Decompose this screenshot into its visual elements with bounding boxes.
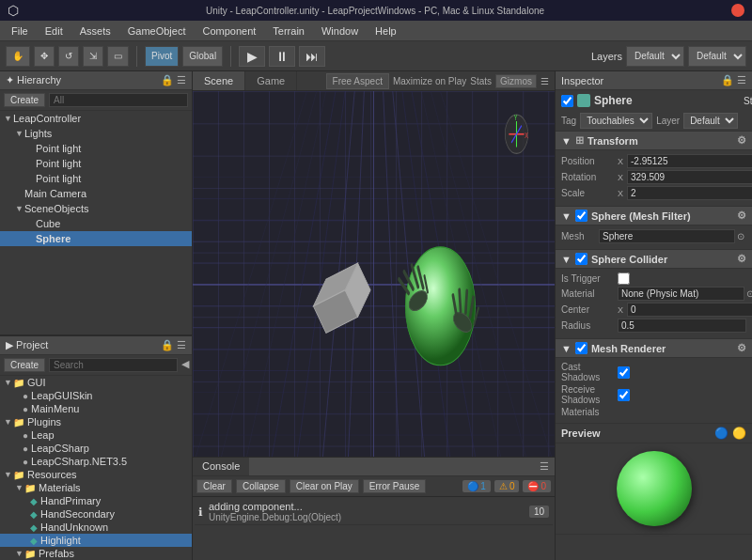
- hier-item-pointlight2[interactable]: Point light: [0, 156, 192, 171]
- meshfilter-header[interactable]: ▼ Sphere (Mesh Filter) ⚙: [556, 207, 752, 226]
- collider-settings-icon[interactable]: ⚙: [737, 253, 746, 265]
- console-clearonplay-button[interactable]: Clear on Play: [290, 479, 359, 493]
- console-collapse-button[interactable]: Collapse: [236, 479, 286, 493]
- pivot-button[interactable]: Pivot: [145, 46, 179, 67]
- castshadows-checkbox[interactable]: [618, 366, 630, 379]
- pause-button[interactable]: ⏸: [269, 46, 295, 67]
- hier-item-sphere[interactable]: Sphere: [0, 231, 192, 246]
- scale-tool[interactable]: ⇲: [83, 46, 103, 67]
- menu-component[interactable]: Component: [195, 23, 263, 39]
- menu-file[interactable]: File: [4, 23, 36, 39]
- menu-window[interactable]: Window: [314, 23, 366, 39]
- hierarchy-search-input[interactable]: [49, 93, 188, 107]
- stats-label[interactable]: Stats: [470, 76, 492, 86]
- maximize-label[interactable]: Maximize on Play: [393, 76, 466, 86]
- obj-name-input[interactable]: [594, 94, 740, 107]
- preview-icon1[interactable]: 🔵: [714, 427, 728, 440]
- proj-item-leapcsharpnet[interactable]: ● LeapCSharp.NET3.5: [0, 455, 192, 468]
- mat-circle-btn[interactable]: ⊙: [744, 288, 752, 299]
- inspector-menu-icon[interactable]: ☰: [737, 74, 746, 86]
- proj-item-handsecondary[interactable]: ◆ HandSecondary: [0, 507, 192, 521]
- hier-item-leapcontroller[interactable]: ▼ LeapController: [0, 111, 192, 126]
- hier-item-maincamera[interactable]: Main Camera: [0, 186, 192, 201]
- close-button[interactable]: [731, 4, 744, 17]
- layout-dropdown[interactable]: Default: [688, 46, 746, 67]
- receiveshadows-checkbox[interactable]: [618, 389, 630, 401]
- meshfilter-checkbox[interactable]: [575, 210, 588, 222]
- meshfilter-settings-icon[interactable]: ⚙: [737, 210, 746, 222]
- hier-item-pointlight3[interactable]: Point light: [0, 171, 192, 186]
- project-menu-icon[interactable]: ☰: [177, 339, 186, 351]
- game-tab[interactable]: Game: [245, 71, 297, 90]
- menu-gameobject[interactable]: GameObject: [120, 23, 194, 39]
- mesh-circle-btn[interactable]: ⊙: [735, 231, 746, 241]
- proj-item-plugins[interactable]: ▼ 📁 Plugins: [0, 415, 192, 428]
- material-value-input[interactable]: [618, 287, 744, 301]
- proj-item-resources[interactable]: ▼ 📁 Resources: [0, 468, 192, 481]
- scl-x-input[interactable]: [627, 186, 752, 200]
- menu-assets[interactable]: Assets: [72, 23, 118, 39]
- meshrenderer-header[interactable]: ▼ Mesh Renderer ⚙: [556, 339, 752, 358]
- hierarchy-create-button[interactable]: Create: [4, 93, 45, 107]
- tag-select[interactable]: Touchables: [580, 113, 652, 129]
- meshrenderer-checkbox[interactable]: [575, 342, 588, 354]
- hier-item-pointlight1[interactable]: Point light: [0, 141, 192, 156]
- console-clear-button[interactable]: Clear: [196, 479, 232, 493]
- transform-header[interactable]: ▼ ⊞ Transform ⚙: [556, 132, 752, 150]
- hierarchy-menu-icon[interactable]: ☰: [177, 74, 186, 86]
- project-create-button[interactable]: Create: [4, 358, 45, 372]
- pos-x-input[interactable]: [627, 154, 752, 168]
- ctr-x-input[interactable]: [627, 303, 752, 317]
- console-tab[interactable]: Console: [193, 458, 249, 475]
- console-log-item[interactable]: ℹ adding component... UnityEngine.Debug:…: [195, 499, 553, 525]
- hier-item-sceneobjects[interactable]: ▼ SceneObjects: [0, 201, 192, 216]
- meshrenderer-settings-icon[interactable]: ⚙: [737, 342, 746, 354]
- rect-tool[interactable]: ▭: [107, 46, 129, 67]
- inspector-lock-icon[interactable]: 🔒: [721, 74, 734, 86]
- preview-header[interactable]: Preview 🔵 🟡: [556, 424, 752, 443]
- proj-item-leapcsharp[interactable]: ● LeapCSharp: [0, 442, 192, 455]
- scene-view[interactable]: X Y: [193, 91, 555, 457]
- play-button[interactable]: ▶: [239, 46, 265, 67]
- rotate-tool[interactable]: ↺: [58, 46, 79, 67]
- hier-item-lights[interactable]: ▼ Lights: [0, 126, 192, 141]
- proj-item-gui[interactable]: ▼ 📁 GUI: [0, 376, 192, 389]
- obj-active-checkbox[interactable]: [561, 95, 573, 107]
- menu-terrain[interactable]: Terrain: [265, 23, 312, 39]
- hier-item-cube[interactable]: Cube: [0, 216, 192, 231]
- proj-item-leapguiskin[interactable]: ● LeapGUISkin: [0, 389, 192, 402]
- rot-x-input[interactable]: [627, 170, 752, 184]
- scene-tab[interactable]: Scene: [193, 71, 245, 90]
- proj-item-highlight[interactable]: ◆ Highlight: [0, 534, 192, 547]
- trigger-checkbox[interactable]: [618, 272, 630, 285]
- proj-item-materials[interactable]: ▼ 📁 Materials: [0, 481, 192, 494]
- global-button[interactable]: Global: [182, 46, 223, 67]
- console-errorpause-button[interactable]: Error Pause: [363, 479, 426, 493]
- project-icon1[interactable]: ◀: [181, 358, 189, 372]
- proj-item-handunknown[interactable]: ◆ HandUnknown: [0, 521, 192, 534]
- project-lock-icon[interactable]: 🔒: [161, 339, 174, 351]
- menu-help[interactable]: Help: [368, 23, 404, 39]
- transform-settings-icon[interactable]: ⚙: [737, 134, 746, 147]
- gizmos-label[interactable]: Gizmos: [495, 74, 537, 88]
- proj-item-prefabs[interactable]: ▼ 📁 Prefabs: [0, 547, 192, 560]
- proj-item-mainmenu[interactable]: ● MainMenu: [0, 402, 192, 415]
- hierarchy-header: ✦ Hierarchy 🔒 ☰: [0, 71, 192, 90]
- move-tool[interactable]: ✥: [34, 46, 55, 67]
- step-button[interactable]: ⏭: [299, 46, 325, 67]
- scene-menu-icon[interactable]: ☰: [540, 76, 549, 86]
- hierarchy-lock-icon[interactable]: 🔒: [161, 74, 174, 86]
- collider-header[interactable]: ▼ Sphere Collider ⚙: [556, 250, 752, 269]
- collider-checkbox[interactable]: [575, 253, 588, 265]
- layer-select[interactable]: Default: [683, 113, 738, 129]
- project-search-input[interactable]: [49, 358, 178, 372]
- radius-input[interactable]: [618, 319, 746, 333]
- layers-dropdown[interactable]: Default: [626, 46, 684, 67]
- proj-item-leap[interactable]: ● Leap: [0, 428, 192, 442]
- proj-item-handprimary[interactable]: ◆ HandPrimary: [0, 494, 192, 507]
- hand-tool[interactable]: ✋: [6, 46, 30, 67]
- preview-icon2[interactable]: 🟡: [732, 427, 746, 440]
- free-aspect-label[interactable]: Free Aspect: [326, 73, 389, 89]
- menu-edit[interactable]: Edit: [38, 23, 70, 39]
- mesh-value-input[interactable]: [599, 229, 735, 243]
